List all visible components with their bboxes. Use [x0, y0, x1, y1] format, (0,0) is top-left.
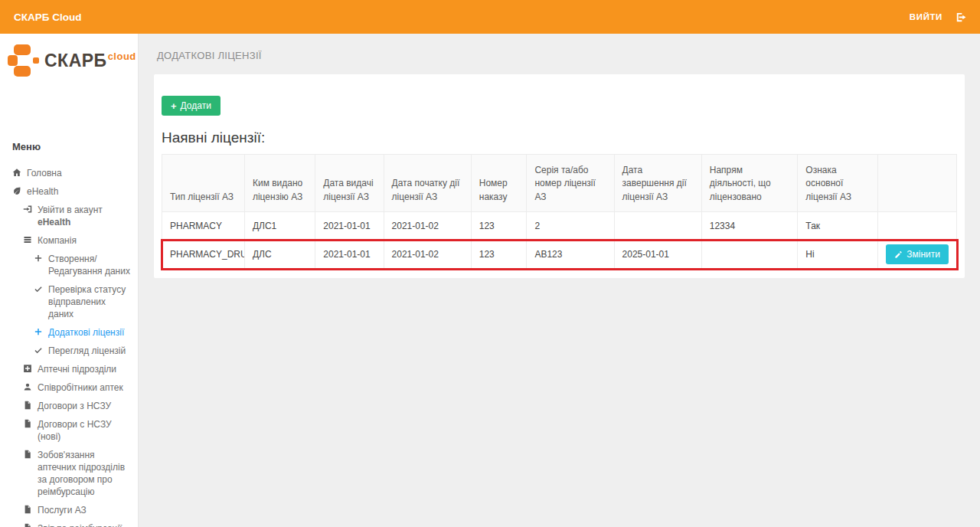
- main-content: ДОДАТКОВІ ЛІЦЕНЗІЇ + Додати Наявні ліцен…: [139, 34, 980, 527]
- sidebar-item-label: Співробітники аптек: [38, 381, 123, 394]
- column-header: Номер наказу: [471, 155, 527, 212]
- edit-button-label: Змінити: [906, 249, 940, 260]
- table-cell: АВ123: [527, 241, 614, 269]
- sign-out-icon[interactable]: [955, 11, 966, 23]
- sidebar-item-0[interactable]: Головна: [0, 167, 138, 179]
- sidebar-item-9[interactable]: Співробітники аптек: [0, 381, 138, 394]
- plus-icon: [34, 327, 44, 337]
- sidebar-item-10[interactable]: Договори з НСЗУ: [0, 400, 138, 412]
- pencil-icon: [894, 250, 903, 259]
- sidebar-item-label: Перегляд ліцензій: [48, 345, 126, 357]
- licenses-card: + Додати Наявні ліцензії: Тип ліцензії А…: [154, 74, 965, 278]
- table-cell: 12334: [701, 212, 798, 241]
- logo-cloud-label: cloud: [108, 51, 136, 62]
- plus-icon: [34, 254, 44, 264]
- column-header: Дата початку дії ліцензії АЗ: [384, 155, 471, 212]
- sidebar-item-label: eHealth: [27, 185, 58, 198]
- logo-text: СКАРБcloud: [44, 51, 136, 71]
- table-cell: PHARMACY: [162, 212, 245, 241]
- column-header: Дата завершення дії ліцензії АЗ: [614, 155, 701, 212]
- sidebar-item-label: Аптечні підрозділи: [38, 363, 116, 375]
- page-title: ДОДАТКОВІ ЛІЦЕНЗІЇ: [139, 34, 980, 74]
- sidebar-item-label: Створення/Редагування даних: [48, 253, 133, 277]
- table-cell: 2021-01-01: [315, 241, 384, 269]
- sidebar-item-label: Додаткові ліцензії: [48, 326, 124, 339]
- table-cell: Змінити: [878, 241, 957, 269]
- sidebar-item-3[interactable]: Компанія: [0, 234, 138, 247]
- table-cell: 123: [471, 241, 527, 269]
- menu-heading: Меню: [0, 141, 138, 152]
- sidebar-item-label: Перевірка статусу відправлених даних: [48, 283, 133, 320]
- edit-button[interactable]: Змінити: [886, 244, 949, 264]
- column-header: Ознака основної ліцензії АЗ: [798, 155, 878, 212]
- sidebar-item-13[interactable]: Послуги АЗ: [0, 504, 138, 516]
- leaf-icon: [12, 186, 22, 196]
- file-icon: [23, 419, 33, 429]
- column-header: Дата видачі ліцензії АЗ: [315, 155, 384, 212]
- file-icon: [23, 505, 33, 515]
- navbar-right: ВИЙТИ: [910, 11, 966, 23]
- sidebar-item-label: Звіт по реімбурсації: [38, 522, 122, 527]
- column-header: Тип ліцензії АЗ: [162, 155, 245, 212]
- home-icon: [12, 168, 22, 178]
- sidebar-item-4[interactable]: Створення/Редагування даних: [0, 253, 138, 277]
- column-header: Серія та/або номер ліцензії АЗ: [527, 155, 614, 212]
- sidebar-item-label: Зобов'язання аптечних підрозділів за дог…: [38, 449, 133, 498]
- file-icon: [23, 450, 33, 460]
- sidebar-item-14[interactable]: Звіт по реімбурсації: [0, 522, 138, 527]
- table-cell: [701, 241, 798, 269]
- sidebar-menu: ГоловнаeHealthУвійти в акаунт eHealthКом…: [0, 167, 138, 527]
- sidebar-item-label: Послуги АЗ: [38, 504, 87, 516]
- table-cell: 2021-01-02: [384, 212, 471, 241]
- sidebar-item-label: Договори с НСЗУ (нові): [38, 418, 133, 443]
- app-logo[interactable]: СКАРБcloud: [0, 34, 138, 77]
- sidebar-item-7[interactable]: Перегляд ліцензій: [0, 345, 138, 357]
- sidebar-item-11[interactable]: Договори с НСЗУ (нові): [0, 418, 138, 443]
- table-cell: [878, 212, 957, 241]
- navbar-brand[interactable]: СКАРБ Cloud: [14, 11, 81, 23]
- column-header: [878, 155, 957, 212]
- column-header: Напрям діяльності, що ліцензовано: [701, 155, 798, 212]
- table-header-row: Тип ліцензії АЗКим видано ліцензію АЗДат…: [162, 155, 957, 212]
- logo-icon: [8, 44, 39, 77]
- sign-in-icon: [23, 205, 33, 214]
- sidebar-item-1[interactable]: eHealth: [0, 185, 138, 198]
- check-icon: [34, 284, 44, 294]
- top-navbar: СКАРБ Cloud ВИЙТИ: [0, 0, 980, 34]
- sidebar-item-label: Компанія: [38, 234, 77, 247]
- sidebar-item-label: Головна: [27, 167, 62, 179]
- table-cell: 2021-01-02: [384, 241, 471, 269]
- sidebar-item-12[interactable]: Зобов'язання аптечних підрозділів за дог…: [0, 449, 138, 498]
- table-cell: Так: [798, 212, 878, 241]
- section-heading: Наявні ліцензії:: [162, 129, 957, 146]
- plus-icon: +: [171, 102, 177, 110]
- table-cell: [614, 212, 701, 241]
- logout-button[interactable]: ВИЙТИ: [910, 12, 942, 21]
- table-row: PHARMACYДЛС12021-01-012021-01-0212321233…: [162, 212, 957, 241]
- plus-square-icon: [23, 364, 33, 374]
- table-cell: 2025-01-01: [614, 241, 701, 269]
- check-icon: [34, 345, 44, 355]
- sidebar-item-label: Увійти в акаунт eHealth: [38, 204, 133, 228]
- user-icon: [23, 382, 33, 392]
- licenses-table: Тип ліцензії АЗКим видано ліцензію АЗДат…: [162, 154, 957, 269]
- table-cell: PHARMACY_DRUGS: [162, 241, 245, 269]
- stack-icon: [23, 235, 33, 245]
- sidebar-item-2[interactable]: Увійти в акаунт eHealth: [0, 204, 138, 228]
- table-cell: ДЛС1: [244, 212, 315, 241]
- table-row-highlighted: PHARMACY_DRUGSДЛС2021-01-012021-01-02123…: [162, 241, 957, 269]
- table-cell: 2: [527, 212, 614, 241]
- sidebar-item-6[interactable]: Додаткові ліцензії: [0, 326, 138, 339]
- table-cell: ДЛС: [244, 241, 315, 269]
- sidebar-item-5[interactable]: Перевірка статусу відправлених даних: [0, 283, 138, 320]
- sidebar: СКАРБcloud Меню ГоловнаeHealthУвійти в а…: [0, 34, 139, 527]
- sidebar-item-8[interactable]: Аптечні підрозділи: [0, 363, 138, 375]
- add-button[interactable]: + Додати: [162, 96, 220, 116]
- table-cell: 2021-01-01: [315, 212, 384, 241]
- file-icon: [23, 401, 33, 411]
- table-cell: 123: [471, 212, 527, 241]
- column-header: Ким видано ліцензію АЗ: [244, 155, 315, 212]
- file-icon: [23, 523, 33, 527]
- sidebar-item-label: Договори з НСЗУ: [38, 400, 111, 412]
- table-cell: Ні: [798, 241, 878, 269]
